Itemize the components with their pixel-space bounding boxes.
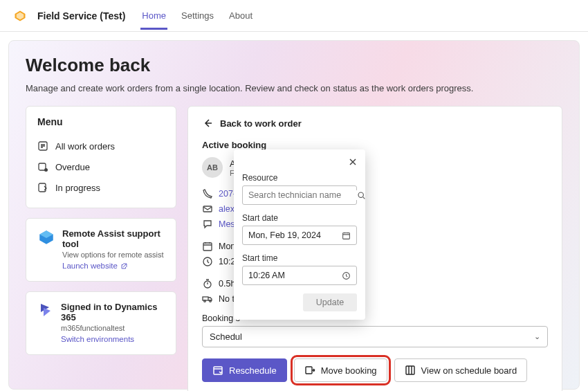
svg-point-18 <box>358 192 363 197</box>
timer-icon <box>202 278 213 289</box>
start-time-input[interactable]: 10:26 AM <box>242 266 357 285</box>
move-booking-icon <box>304 365 315 376</box>
brand-icon <box>14 10 26 22</box>
menu-item-in-progress[interactable]: In progress <box>37 177 165 198</box>
status-selected-value: Schedul <box>210 331 242 342</box>
chevron-down-icon: ⌄ <box>534 332 540 341</box>
chat-icon <box>202 219 213 230</box>
svg-point-4 <box>44 168 48 172</box>
external-link-icon <box>120 262 128 270</box>
calendar-icon <box>202 241 213 252</box>
clock-icon <box>202 256 213 267</box>
button-label: View on schedule board <box>421 365 517 376</box>
menu-heading: Menu <box>37 116 165 127</box>
board-icon <box>405 365 416 376</box>
start-date-label: Start date <box>242 213 357 223</box>
update-button[interactable]: Update <box>303 293 357 311</box>
menu-item-label: Overdue <box>55 162 90 172</box>
svg-rect-19 <box>343 233 350 239</box>
back-label: Back to work order <box>220 118 302 129</box>
svg-rect-17 <box>406 366 414 374</box>
in-progress-icon <box>37 182 48 193</box>
svg-rect-8 <box>203 206 212 212</box>
start-date-value: Mon, Feb 19, 2024 <box>248 230 321 240</box>
top-bar: Field Service (Test) Home Settings About <box>0 0 588 32</box>
search-icon <box>357 191 366 200</box>
arrow-left-icon <box>202 118 213 129</box>
top-nav: Home Settings About <box>140 2 254 30</box>
phone-icon <box>202 188 213 199</box>
welcome-title: Welcome back <box>26 55 562 76</box>
remote-subtitle: View options for remote assist <box>62 251 165 259</box>
move-booking-button[interactable]: Move booking <box>294 358 387 382</box>
dynamics-icon <box>37 302 54 318</box>
mail-icon <box>202 203 213 215</box>
button-label: Reschedule <box>229 365 277 376</box>
svg-rect-16 <box>306 367 312 374</box>
start-date-input[interactable]: Mon, Feb 19, 2024 <box>242 226 357 245</box>
list-icon <box>37 140 48 152</box>
button-label: Move booking <box>321 365 377 376</box>
avatar: AB <box>202 157 223 178</box>
overdue-icon <box>37 161 48 172</box>
clock-picker-icon <box>342 271 351 280</box>
start-time-value: 10:26 AM <box>248 271 285 280</box>
nav-home[interactable]: Home <box>140 2 167 30</box>
truck-icon <box>202 293 213 304</box>
menu-item-overdue[interactable]: Overdue <box>37 156 165 177</box>
svg-point-14 <box>210 300 212 302</box>
signed-title: Signed in to Dynamics 365 <box>61 302 165 322</box>
app-title: Field Service (Test) <box>37 10 125 21</box>
close-icon[interactable] <box>347 156 358 167</box>
back-to-work-order[interactable]: Back to work order <box>202 118 548 129</box>
menu-item-label: In progress <box>55 183 100 193</box>
nav-about[interactable]: About <box>228 2 254 30</box>
switch-env-link[interactable]: Switch environments <box>61 335 134 343</box>
svg-point-13 <box>204 300 206 302</box>
menu-item-all-work-orders[interactable]: All work orders <box>37 136 165 156</box>
signed-in-card: Signed in to Dynamics 365 m365functional… <box>26 291 176 355</box>
nav-settings[interactable]: Settings <box>180 2 215 30</box>
reschedule-button[interactable]: Reschedule <box>202 358 287 382</box>
svg-rect-9 <box>203 243 212 251</box>
signed-subtitle: m365functionaltest <box>61 324 165 332</box>
link-label: Launch website <box>62 262 118 270</box>
remote-title: Remote Assist support tool <box>62 228 165 249</box>
active-booking-heading: Active booking <box>202 140 548 150</box>
menu-card: Menu All work orders Overdue In progress <box>26 106 176 208</box>
menu-item-label: All work orders <box>55 141 115 152</box>
cube-icon <box>37 228 55 246</box>
booking-status-select[interactable]: Schedul ⌄ <box>202 326 548 347</box>
stage: Welcome back Manage and create work orde… <box>8 40 580 390</box>
resource-label: Resource <box>242 173 357 183</box>
move-booking-popover: Resource Start date Mon, Feb 19, 2024 St… <box>234 149 365 320</box>
resource-input-field[interactable] <box>248 190 357 200</box>
remote-assist-card: Remote Assist support tool View options … <box>26 218 176 282</box>
welcome-subtitle: Manage and create work orders from a sin… <box>26 83 562 93</box>
svg-rect-12 <box>203 297 208 300</box>
calendar-picker-icon <box>342 231 351 240</box>
reschedule-icon <box>212 365 223 376</box>
remote-launch-link[interactable]: Launch website <box>62 262 128 270</box>
resource-search-input[interactable] <box>242 185 357 205</box>
start-time-label: Start time <box>242 253 357 263</box>
view-schedule-board-button[interactable]: View on schedule board <box>394 358 528 382</box>
